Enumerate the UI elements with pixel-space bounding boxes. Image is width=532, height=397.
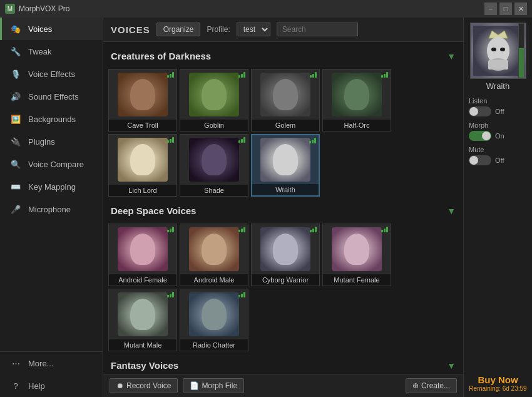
sidebar-item-voices[interactable]: 🎭 Voices	[0, 18, 103, 40]
window-controls: − □ ✕	[484, 3, 527, 15]
morph-state: On	[495, 132, 504, 140]
profile-select[interactable]: test	[237, 23, 270, 36]
app-title: MorphVOX Pro	[19, 4, 69, 13]
listen-control: Listen Off	[469, 97, 527, 116]
voice-card-android-male[interactable]: Android Male	[180, 224, 248, 286]
minimize-button[interactable]: −	[484, 3, 497, 15]
sidebar-item-plugins[interactable]: 🔌 Plugins	[0, 130, 103, 153]
signal-bars	[309, 138, 316, 143]
voice-card-wraith[interactable]: Wraith	[251, 134, 320, 197]
more-icon: ⋯	[9, 357, 22, 369]
voice-card-golem[interactable]: Golem	[251, 69, 320, 131]
portrait-half-orc	[332, 73, 382, 116]
sound-effects-icon: 🔊	[9, 90, 22, 103]
content-area: VOICES Organize Profile: test Creatures …	[103, 18, 463, 397]
sidebar-item-label: More...	[28, 359, 53, 368]
search-input[interactable]	[277, 23, 358, 36]
morph-file-icon: 📄	[190, 381, 199, 390]
organize-button[interactable]: Organize	[156, 23, 201, 36]
selected-voice-portrait	[470, 23, 526, 79]
voice-card-cave-troll[interactable]: Cave Troll	[108, 69, 177, 131]
morph-file-button[interactable]: 📄 Morph File	[183, 378, 244, 393]
sidebar-item-tweak[interactable]: 🔧 Tweak	[0, 40, 103, 63]
signal-bars	[167, 227, 174, 232]
voice-card-mutant-male[interactable]: Mutant Male	[108, 289, 177, 351]
voice-grid-creatures: Cave Troll Goblin	[108, 69, 458, 197]
listen-toggle[interactable]	[469, 106, 491, 116]
sidebar-item-label: Backgrounds	[28, 115, 76, 124]
portrait-android-male	[189, 227, 239, 271]
key-mapping-icon: ⌨️	[9, 180, 22, 193]
sidebar-item-more[interactable]: ⋯ More...	[0, 352, 103, 374]
voices-icon: 🎭	[9, 23, 22, 35]
sidebar-item-backgrounds[interactable]: 🖼️ Backgrounds	[0, 108, 103, 130]
sidebar-item-label: Tweak	[28, 47, 52, 56]
morph-label: Morph	[469, 121, 527, 129]
sidebar-item-label: Sound Effects	[28, 92, 79, 101]
portrait-mutant-male	[118, 292, 168, 336]
portrait-cave-troll	[118, 73, 168, 116]
profile-label: Profile:	[207, 25, 230, 34]
voice-card-goblin[interactable]: Goblin	[180, 69, 248, 131]
voice-card-half-orc[interactable]: Half-Orc	[322, 69, 391, 131]
portrait-goblin	[189, 73, 239, 116]
section-title: VOICES	[111, 24, 150, 35]
voice-compare-icon: 🔍	[9, 158, 22, 170]
mute-label: Mute	[469, 146, 527, 153]
category-title: Creatures of Darkness	[111, 51, 211, 61]
listen-state: Off	[495, 108, 504, 115]
sidebar-item-help[interactable]: ? Help	[0, 374, 103, 397]
voice-label: Cave Troll	[109, 120, 176, 131]
close-button[interactable]: ✕	[514, 3, 527, 15]
sidebar: 🎭 Voices 🔧 Tweak 🎙️ Voice Effects 🔊 Soun…	[0, 18, 103, 397]
title-bar-left: M MorphVOX Pro	[5, 4, 69, 14]
sidebar-item-label: Plugins	[28, 137, 55, 147]
sidebar-item-sound-effects[interactable]: 🔊 Sound Effects	[0, 85, 103, 108]
category-collapse-chevron[interactable]: ▼	[447, 206, 456, 216]
voice-label: Shade	[180, 185, 248, 196]
voices-panel: Creatures of Darkness ▼	[103, 42, 463, 374]
sidebar-item-microphone[interactable]: 🎤 Microphone	[0, 198, 103, 220]
voice-card-shade[interactable]: Shade	[180, 134, 248, 197]
voice-card-mutant-female[interactable]: Mutant Female	[322, 224, 391, 286]
signal-bars	[310, 227, 317, 232]
signal-bars	[381, 227, 388, 232]
sidebar-item-label: Voices	[28, 24, 52, 34]
signal-bars	[167, 72, 174, 78]
buy-now-section: Buy Now Remaining: 6d 23:59	[469, 374, 526, 392]
category-collapse-chevron[interactable]: ▼	[447, 51, 456, 61]
selected-voice-name: Wraith	[486, 81, 509, 91]
portrait-android-female	[118, 227, 168, 271]
sidebar-item-label: Voice Effects	[28, 70, 75, 79]
plugins-icon: 🔌	[9, 135, 22, 148]
category-collapse-chevron[interactable]: ▼	[447, 361, 456, 371]
morph-control: Morph On	[469, 121, 527, 141]
mute-toggle[interactable]	[469, 155, 491, 165]
category-fantasy-voices: Fantasy Voices ▼	[108, 356, 458, 374]
voice-label: Mutant Male	[109, 339, 176, 351]
sidebar-item-key-mapping[interactable]: ⌨️ Key Mapping	[0, 175, 103, 198]
wraith-portrait-art	[473, 26, 523, 76]
app-body: 🎭 Voices 🔧 Tweak 🎙️ Voice Effects 🔊 Soun…	[0, 18, 532, 397]
signal-bars	[238, 292, 245, 297]
morph-toggle[interactable]	[469, 131, 491, 141]
maximize-button[interactable]: □	[499, 3, 512, 15]
category-creatures-of-darkness: Creatures of Darkness ▼	[108, 47, 458, 65]
buy-now-label[interactable]: Buy Now	[469, 374, 526, 385]
remaining-text: Remaining: 6d 23:59	[469, 385, 526, 392]
sidebar-bottom: ⋯ More... ? Help	[0, 351, 103, 397]
app-icon: M	[5, 4, 15, 14]
voice-card-cyborg-warrior[interactable]: Cyborg Warrior	[251, 224, 320, 286]
sidebar-item-voice-effects[interactable]: 🎙️ Voice Effects	[0, 63, 103, 85]
record-voice-button[interactable]: ⏺ Record Voice	[110, 378, 178, 393]
create-button[interactable]: ⊕ Create...	[406, 378, 457, 393]
portrait-mutant-female	[332, 227, 382, 271]
sidebar-item-voice-compare[interactable]: 🔍 Voice Compare	[0, 153, 103, 175]
voice-label: Wraith	[252, 184, 319, 195]
voice-card-radio-chatter[interactable]: Radio Chatter	[180, 289, 248, 351]
voice-label: Android Female	[109, 274, 176, 286]
voice-card-android-female[interactable]: Android Female	[108, 224, 177, 286]
voice-card-lich-lord[interactable]: Lich Lord	[108, 134, 177, 197]
signal-bars	[238, 72, 245, 78]
voice-label: Golem	[252, 120, 319, 131]
